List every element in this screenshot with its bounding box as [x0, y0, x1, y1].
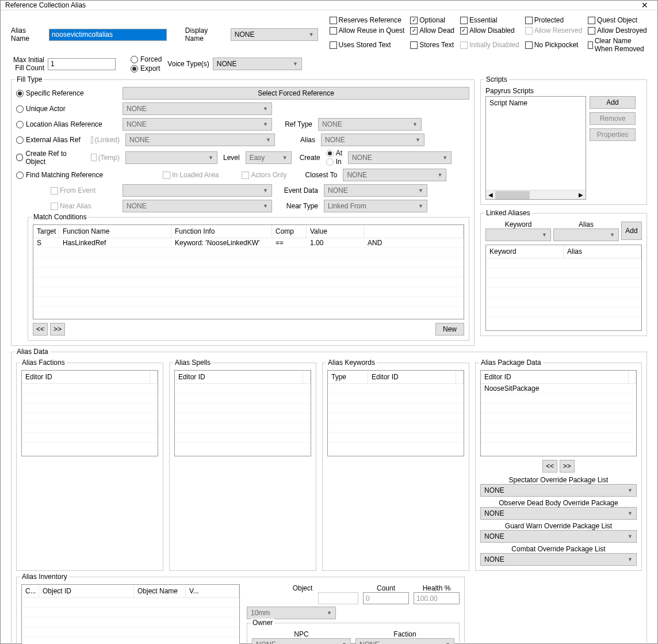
create-at-combo: NONE▼: [348, 151, 452, 164]
unique-actor-radio[interactable]: Unique Actor: [16, 105, 117, 113]
match-conditions-table[interactable]: Target Function Name Function Info Comp …: [33, 224, 464, 319]
temp-checkbox: (Temp): [91, 154, 120, 162]
alias-factions-group: Alias Factions Editor ID: [16, 363, 163, 571]
closest-to-label: Closest To: [303, 171, 337, 179]
count-input: [363, 592, 409, 604]
stores-text-checkbox[interactable]: Stores Text: [410, 37, 454, 53]
external-alias-radio[interactable]: External Alias Ref: [16, 136, 85, 144]
forced-radio[interactable]: Forced: [131, 55, 162, 63]
table-row[interactable]: S HasLinkedRef Keyword: 'NooseLinkedKW' …: [33, 238, 464, 248]
find-matching-radio[interactable]: Find Matching Reference: [16, 171, 117, 179]
keywords-table[interactable]: Type Editor ID: [327, 370, 464, 456]
display-name-label: Display Name: [185, 26, 227, 43]
protected-checkbox[interactable]: Protected: [525, 16, 582, 24]
optional-checkbox[interactable]: Optional: [410, 16, 454, 24]
spells-table[interactable]: Editor ID: [174, 370, 311, 456]
from-event-combo: ▼: [123, 184, 272, 197]
prev-button[interactable]: <<: [33, 323, 48, 336]
allow-reserved-checkbox: Allow Reserved: [525, 26, 582, 35]
add-script-button[interactable]: Add: [590, 96, 636, 109]
remove-script-button: Remove: [590, 112, 636, 125]
keyword-combo[interactable]: ▼: [485, 228, 551, 241]
export-radio[interactable]: Export: [131, 64, 162, 73]
chevron-down-icon: ▼: [309, 32, 314, 37]
reserves-reference-checkbox[interactable]: Reserves Reference: [330, 16, 405, 24]
create-ref-radio[interactable]: Create Ref to Object: [16, 150, 85, 166]
flags-grid: Reserves Reference Optional Essential Pr…: [330, 16, 647, 53]
specific-reference-radio[interactable]: Specific Reference: [16, 89, 117, 97]
scripts-group: Scripts Papyrus Scripts Script Name ◀ ▶: [480, 79, 647, 205]
alias-combo: NONE▼: [321, 134, 424, 146]
allow-reuse-checkbox[interactable]: Allow Reuse in Quest: [330, 26, 405, 35]
allow-dead-checkbox[interactable]: Allow Dead: [410, 26, 454, 35]
close-icon[interactable]: ✕: [637, 1, 653, 10]
linked-checkbox: (Linked): [91, 136, 120, 144]
create-label: Create: [300, 154, 320, 162]
external-alias-combo: NONE▼: [125, 134, 275, 146]
spectator-combo[interactable]: NONE▼: [480, 484, 637, 497]
alias-label: Alias: [281, 136, 315, 144]
combat-combo[interactable]: NONE▼: [480, 553, 637, 566]
no-pickpocket-checkbox[interactable]: No Pickpocket: [525, 37, 582, 53]
scroll-left-icon[interactable]: ◀: [486, 192, 495, 198]
scripts-legend: Scripts: [484, 75, 509, 83]
faction-combo: NONE▼: [355, 638, 454, 644]
factions-table[interactable]: Editor ID: [21, 370, 158, 456]
alias-inventory-group: Alias Inventory C... Object ID Object Na…: [16, 577, 465, 644]
scroll-right-icon[interactable]: ▶: [576, 192, 586, 198]
main-window: Reference Collection Alias ✕ Alias Name …: [0, 0, 658, 644]
level-label: Level: [223, 154, 240, 162]
display-name-combo[interactable]: NONE▼: [231, 28, 318, 41]
max-initial-label: Max Initial Fill Count: [11, 56, 44, 72]
package-data-group: Alias Package Data Editor ID NooseSitPac…: [475, 363, 642, 571]
location-alias-radio[interactable]: Location Alias Reference: [16, 120, 117, 128]
select-forced-button[interactable]: Select Forced Reference: [123, 87, 469, 100]
fill-type-group: Fill Type Specific Reference Select Forc…: [11, 79, 475, 346]
create-in-radio: In: [326, 158, 342, 166]
linked-aliases-group: Linked Aliases Keyword ▼ Alias ▼ Add: [480, 213, 647, 336]
pkg-prev-button[interactable]: <<: [542, 460, 557, 472]
alias-combo-2[interactable]: ▼: [553, 228, 619, 241]
allow-destroyed-checkbox[interactable]: Allow Destroyed: [588, 26, 647, 35]
max-initial-input[interactable]: [48, 58, 116, 70]
ref-type-label: Ref Type: [278, 120, 312, 128]
create-ref-combo: ▼: [125, 151, 217, 164]
new-button[interactable]: New: [435, 323, 464, 336]
initially-disabled-checkbox: Initially Disabled: [460, 37, 519, 53]
clear-name-checkbox[interactable]: Clear Name When Removed: [588, 37, 647, 53]
actors-only-checkbox: Actors Only: [242, 171, 286, 179]
linked-aliases-legend: Linked Aliases: [484, 209, 532, 217]
linked-aliases-table[interactable]: Keyword Alias: [485, 245, 642, 331]
observe-combo[interactable]: NONE▼: [480, 507, 637, 520]
object-combo: 10mm▼: [247, 607, 336, 619]
add-linked-button[interactable]: Add: [621, 222, 642, 240]
near-type-combo: Linked From▼: [324, 200, 427, 212]
near-type-label: Near Type: [278, 202, 318, 210]
voice-types-combo[interactable]: NONE▼: [213, 58, 302, 70]
uses-stored-text-checkbox[interactable]: Uses Stored Text: [330, 37, 405, 53]
allow-disabled-checkbox[interactable]: Allow Disabled: [460, 26, 519, 35]
voice-types-label: Voice Type(s): [167, 60, 209, 68]
match-conditions-group: Match Conditions Target Function Name Fu…: [28, 217, 469, 341]
titlebar: Reference Collection Alias ✕: [1, 1, 657, 10]
in-loaded-area-checkbox: In Loaded Area: [163, 171, 219, 179]
from-event-checkbox: From Event: [51, 186, 117, 195]
package-table[interactable]: Editor ID NooseSitPackage: [480, 370, 637, 456]
inventory-table[interactable]: C... Object ID Object Name V...: [21, 584, 240, 644]
pkg-next-button[interactable]: >>: [560, 460, 575, 472]
alias-keywords-group: Alias Keywords Type Editor ID: [322, 363, 469, 571]
npc-combo: NONE▼: [252, 638, 351, 644]
event-data-label: Event Data: [278, 186, 318, 195]
alias-name-input[interactable]: [49, 29, 167, 41]
essential-checkbox[interactable]: Essential: [460, 16, 519, 24]
table-row[interactable]: NooseSitPackage: [481, 384, 636, 394]
unique-actor-combo: NONE▼: [123, 102, 272, 115]
quest-object-checkbox[interactable]: Quest Object: [588, 16, 647, 24]
alias-data-group: Alias Data Alias Factions Editor ID Alia…: [11, 352, 647, 644]
next-button[interactable]: >>: [50, 323, 65, 336]
alias-spells-group: Alias Spells Editor ID: [169, 363, 316, 571]
window-title: Reference Collection Alias: [5, 1, 86, 9]
scripts-table[interactable]: Script Name ◀ ▶: [485, 96, 586, 200]
guard-combo[interactable]: NONE▼: [480, 530, 637, 543]
papyrus-label: Papyrus Scripts: [485, 87, 642, 95]
